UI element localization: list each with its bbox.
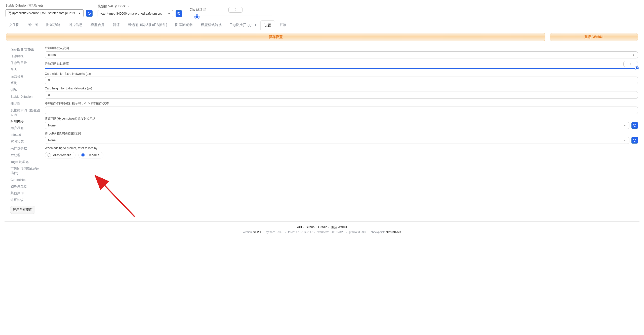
extra-text-input[interactable]	[45, 107, 638, 114]
sidebar-item-21[interactable]: 许可协议	[10, 197, 41, 204]
sidebar-item-17[interactable]: 可选附加网络(LoRA插件)	[10, 165, 41, 177]
tab-6[interactable]: 可选附加网络(LoRA插件)	[124, 20, 171, 30]
multiplier-label: 附加网络默认倍率	[45, 62, 69, 66]
extra-text-label: 添加额外的网络进行提示时，<...> 前的额外文本	[45, 101, 638, 106]
sidebar-item-14[interactable]: 采样器参数	[10, 145, 41, 152]
radio-filename-label: Filename	[87, 153, 99, 157]
tab-3[interactable]: 图片信息	[65, 20, 86, 30]
vae-label: 模型的 VAE (SD VAE)	[98, 4, 182, 9]
tab-1[interactable]: 图生图	[24, 20, 42, 30]
sidebar-item-11[interactable]: 用户界面	[10, 125, 41, 132]
tab-11[interactable]: 扩展	[276, 20, 290, 30]
tab-4[interactable]: 模型合并	[87, 20, 108, 30]
hypernetwork-select[interactable]: None ▼	[45, 122, 629, 129]
sidebar-item-19[interactable]: 图库浏览器	[10, 183, 41, 190]
sidebar-item-15[interactable]: 后处理	[10, 152, 41, 159]
sidebar-item-18[interactable]: ControlNet	[10, 177, 41, 183]
tab-2[interactable]: 附加功能	[43, 20, 64, 30]
default-view-label: 附加网络默认视图	[45, 46, 638, 50]
card-height-input[interactable]: 0	[45, 91, 638, 99]
radio-icon	[48, 153, 51, 157]
sidebar-item-9[interactable]: 反推提示词（图生图页面）	[10, 107, 41, 118]
tab-7[interactable]: 图库浏览器	[172, 20, 196, 30]
model-value: 写实\realisticVisionV20_v20.safetensors [c…	[8, 11, 75, 15]
footer-gradio-link[interactable]: Gradio	[318, 225, 327, 229]
sidebar-item-10[interactable]: 附加网络	[10, 118, 41, 125]
hypernetwork-value: None	[48, 124, 56, 127]
vae-refresh-button[interactable]	[176, 10, 182, 17]
show-all-pages-button[interactable]: 显示所有页面	[10, 206, 35, 214]
footer: API· Github· Gradio· 重启 WebUI version: v…	[0, 223, 644, 240]
lora-select[interactable]: None ▼	[45, 137, 629, 144]
lora-refresh-button[interactable]	[631, 137, 638, 144]
vae-value: vae-ft-mse-840000-ema-pruned.safetensors	[100, 12, 162, 15]
chevron-down-icon: ▼	[624, 139, 626, 142]
restart-webui-button[interactable]: 重启 WebUI	[550, 33, 638, 41]
sidebar-item-6[interactable]: 训练	[10, 87, 41, 93]
radio-alias-label: Alias from file	[53, 153, 71, 157]
vae-group: 模型的 VAE (SD VAE) vae-ft-mse-840000-ema-p…	[98, 4, 182, 17]
multiplier-slider[interactable]	[45, 68, 638, 70]
lora-value: None	[48, 139, 56, 142]
radio-icon	[81, 153, 85, 157]
clip-slider[interactable]	[190, 15, 273, 17]
model-label: Stable Diffusion 模型(ckpt)	[6, 4, 93, 8]
multiplier-value[interactable]: 1	[623, 61, 638, 67]
sidebar-item-0[interactable]: 保存图像/宫格图	[10, 46, 41, 53]
default-view-select[interactable]: cards ▼	[45, 51, 638, 58]
sidebar-item-1[interactable]: 保存路径	[10, 53, 41, 60]
sidebar-item-5[interactable]: 系统	[10, 80, 41, 87]
model-group: Stable Diffusion 模型(ckpt) 写实\realisticVi…	[6, 4, 93, 17]
clip-group: Clip 跳过层 2	[190, 7, 273, 17]
save-settings-button[interactable]: 保存设置	[6, 33, 545, 41]
model-refresh-button[interactable]	[86, 10, 93, 17]
model-select[interactable]: 写实\realisticVisionV20_v20.safetensors [c…	[6, 9, 84, 17]
top-controls: Stable Diffusion 模型(ckpt) 写实\realisticVi…	[0, 0, 644, 19]
sidebar-item-12[interactable]: Infotext	[10, 131, 41, 138]
sidebar-item-4[interactable]: 面部修复	[10, 73, 41, 80]
sidebar-item-13[interactable]: 实时预览	[10, 138, 41, 145]
default-view-value: cards	[48, 53, 56, 57]
footer-restart-link[interactable]: 重启 WebUI	[331, 225, 347, 229]
footer-api-link[interactable]: API	[297, 225, 302, 229]
tab-10[interactable]: 设置	[260, 20, 275, 30]
sidebar-item-16[interactable]: Tag自动填充	[10, 159, 41, 165]
tab-9[interactable]: Tag反推(Tagger)	[226, 20, 259, 30]
chevron-down-icon: ▼	[624, 124, 626, 127]
clip-label: Clip 跳过层	[190, 8, 206, 12]
card-height-label: Card height for Extra Networks (px)	[45, 87, 638, 90]
hypernetwork-label: 将超网络(Hypernetwork)添加到提示词	[45, 117, 638, 121]
radio-filename[interactable]: Filename	[78, 152, 103, 158]
sidebar-item-3[interactable]: 放大	[10, 66, 41, 73]
settings-content: 附加网络默认视图 cards ▼ 附加网络默认倍率 1 Card width f…	[45, 46, 638, 214]
radio-alias-from-file[interactable]: Alias from file	[45, 152, 75, 158]
vae-select[interactable]: vae-ft-mse-840000-ema-pruned.safetensors…	[98, 10, 173, 17]
tab-8[interactable]: 模型格式转换	[197, 20, 225, 30]
chevron-down-icon: ▼	[632, 54, 635, 56]
footer-github-link[interactable]: Github	[306, 225, 314, 229]
sidebar-item-2[interactable]: 保存到目录	[10, 60, 41, 66]
clip-value[interactable]: 2	[228, 7, 243, 13]
card-width-input[interactable]: 0	[45, 77, 638, 84]
footer-version: version: v1.2.1• python: 3.10.8• torch: …	[0, 230, 644, 233]
hypernetwork-refresh-button[interactable]	[631, 122, 638, 129]
settings-sidebar: 保存图像/宫格图保存路径保存到目录放大面部修复系统训练Stable Diffus…	[10, 46, 41, 214]
refer-lora-label: When adding to prompt, refer to lora by	[45, 146, 638, 150]
tab-0[interactable]: 文生图	[6, 20, 23, 30]
tab-5[interactable]: 训练	[109, 20, 123, 30]
chevron-down-icon: ▼	[78, 12, 81, 15]
main-tabs: 文生图图生图附加功能图片信息模型合并训练可选附加网络(LoRA插件)图库浏览器模…	[0, 20, 644, 30]
chevron-down-icon: ▼	[168, 12, 170, 15]
lora-label: 将 LoRA 模型添加到提示词	[45, 131, 638, 136]
card-width-label: Card width for Extra Networks (px)	[45, 72, 638, 76]
sidebar-item-8[interactable]: 兼容性	[10, 100, 41, 107]
sidebar-item-20[interactable]: 其他操作	[10, 190, 41, 197]
sidebar-item-7[interactable]: Stable Diffusion	[10, 93, 41, 100]
